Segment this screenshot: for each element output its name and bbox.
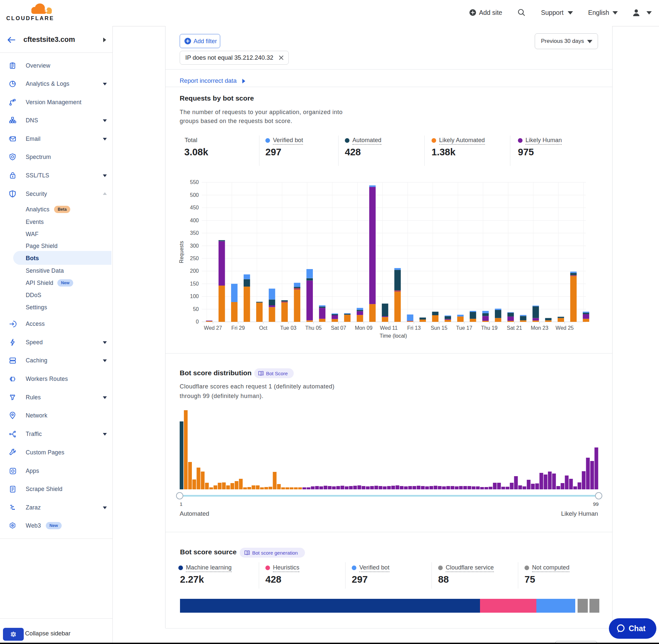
svg-text:550: 550 bbox=[190, 179, 199, 185]
svg-text:Automated: Automated bbox=[180, 510, 209, 517]
svg-text:Wed 11: Wed 11 bbox=[380, 325, 398, 331]
svg-text:99: 99 bbox=[593, 501, 599, 507]
svg-text:Sat 07: Sat 07 bbox=[331, 325, 346, 331]
svg-text:50: 50 bbox=[193, 306, 199, 312]
svg-text:Tue 03: Tue 03 bbox=[280, 325, 297, 331]
svg-text:1: 1 bbox=[180, 501, 183, 507]
svg-text:Sun 15: Sun 15 bbox=[430, 325, 447, 331]
svg-text:Time (local): Time (local) bbox=[380, 333, 407, 339]
svg-text:350: 350 bbox=[190, 230, 199, 236]
svg-text:Thu 05: Thu 05 bbox=[305, 325, 322, 331]
svg-text:Sat 21: Sat 21 bbox=[507, 325, 522, 331]
svg-text:Thu 19: Thu 19 bbox=[481, 325, 497, 331]
svg-text:Fri 13: Fri 13 bbox=[407, 325, 421, 331]
svg-text:Wed 25: Wed 25 bbox=[556, 325, 573, 331]
svg-text:500: 500 bbox=[190, 192, 199, 198]
svg-text:400: 400 bbox=[190, 217, 199, 223]
svg-text:Requests: Requests bbox=[179, 241, 184, 263]
svg-text:Tue 17: Tue 17 bbox=[456, 325, 472, 331]
svg-text:Likely Human: Likely Human bbox=[561, 510, 598, 517]
svg-text:Mon 23: Mon 23 bbox=[531, 325, 548, 331]
svg-text:150: 150 bbox=[190, 281, 199, 286]
svg-text:Mon 09: Mon 09 bbox=[355, 325, 373, 331]
svg-text:Wed 27: Wed 27 bbox=[204, 325, 222, 331]
svg-text:0: 0 bbox=[196, 319, 199, 324]
svg-text:300: 300 bbox=[190, 243, 199, 249]
svg-text:100: 100 bbox=[190, 294, 199, 299]
svg-text:Fri 29: Fri 29 bbox=[231, 325, 245, 331]
svg-text:Oct: Oct bbox=[259, 325, 267, 331]
svg-text:200: 200 bbox=[190, 268, 199, 274]
svg-text:450: 450 bbox=[190, 205, 199, 210]
svg-text:250: 250 bbox=[190, 256, 199, 261]
